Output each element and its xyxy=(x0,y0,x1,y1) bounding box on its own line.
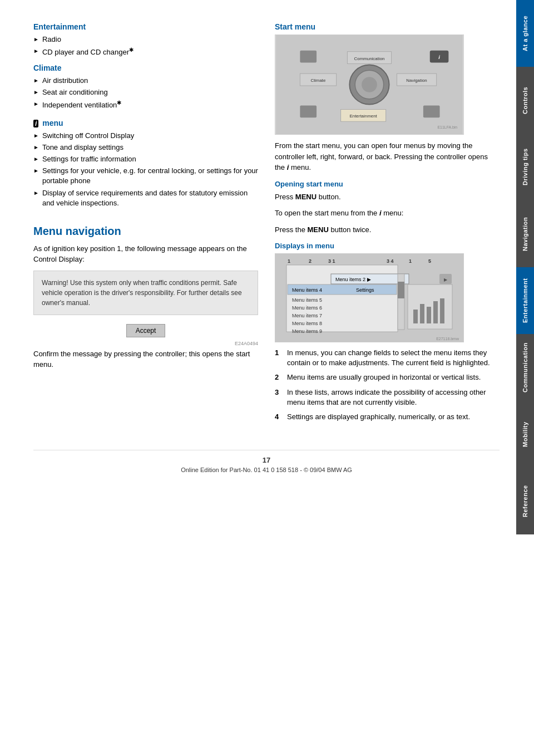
list-item: 2 Menu items are usually grouped in hori… xyxy=(275,372,500,382)
right-column: Start menu Communication xyxy=(275,22,500,428)
item-text: Seat air conditioning xyxy=(42,87,108,97)
svg-rect-40 xyxy=(413,310,418,323)
sidebar-item-reference[interactable]: Reference xyxy=(516,468,534,534)
list-item: ► Seat air conditioning xyxy=(33,87,258,97)
start-menu-svg: Communication Navigation Entertainment C… xyxy=(275,35,463,134)
asterisk-icon: ✱ xyxy=(117,100,121,106)
sidebar-item-mobility[interactable]: Mobility xyxy=(516,401,534,468)
sidebar-item-entertainment[interactable]: Entertainment xyxy=(516,267,534,334)
i-icon: i xyxy=(33,120,38,127)
displays-menu-svg: Menu items 4 Settings Menu items 5 Menu … xyxy=(275,254,464,342)
svg-text:3 4: 3 4 xyxy=(387,258,394,264)
item-text: Air distribution xyxy=(42,76,88,86)
left-column: Entertainment ► Radio ► CD player and CD… xyxy=(33,22,258,428)
sidebar-tabs: At a glance Controls Driving tips Naviga… xyxy=(516,0,534,756)
arrow-icon: ► xyxy=(33,189,39,197)
svg-text:Menu items 5: Menu items 5 xyxy=(292,297,322,303)
svg-rect-38 xyxy=(398,282,404,298)
i-ref-inline: i xyxy=(287,163,289,171)
svg-rect-14 xyxy=(300,51,317,63)
number-bullet: 4 xyxy=(275,412,283,422)
footer-text: Online Edition for Part-No. 01 41 0 158 … xyxy=(33,467,500,473)
svg-text:1: 1 xyxy=(409,258,412,264)
list-item: ► Settings for traffic information xyxy=(33,154,258,164)
menu-bold2: MENU xyxy=(308,225,329,234)
i-menu-heading: i menu xyxy=(33,119,258,127)
svg-text:Menu items 4: Menu items 4 xyxy=(292,287,322,293)
climate-heading: Climate xyxy=(33,63,258,72)
arrow-icon: ► xyxy=(33,36,39,43)
displays-numbered-list: 1 In menus, you can change fields to sel… xyxy=(275,348,500,422)
sidebar-item-at-a-glance[interactable]: At a glance xyxy=(516,0,534,67)
accept-button[interactable]: Accept xyxy=(126,324,166,337)
menu-navigation-section: Menu navigation As of ignition key posit… xyxy=(33,225,258,370)
svg-text:E11LFA.bin: E11LFA.bin xyxy=(438,125,458,129)
menu-bold: MENU xyxy=(295,193,317,201)
item-text: In these lists, arrows indicate the poss… xyxy=(287,387,500,408)
menu-navigation-heading: Menu navigation xyxy=(33,225,258,238)
arrow-icon: ► xyxy=(33,167,39,175)
item-text: Settings for traffic information xyxy=(42,154,136,164)
svg-text:1: 1 xyxy=(288,258,290,264)
svg-text:E27118.bmw: E27118.bmw xyxy=(436,337,459,341)
list-item: ► CD player and CD changer✱ xyxy=(33,46,258,58)
item-text: Independent ventilation✱ xyxy=(42,99,121,111)
item-text: Display of service requirements and date… xyxy=(42,188,258,208)
number-bullet: 1 xyxy=(275,348,283,358)
sidebar-item-controls[interactable]: Controls xyxy=(516,67,534,134)
arrow-icon: ► xyxy=(33,144,39,151)
displays-in-menu-heading: Displays in menu xyxy=(275,242,500,250)
i-menu-section: i menu ► Switching off Control Display ►… xyxy=(33,119,258,208)
list-item: 1 In menus, you can change fields to sel… xyxy=(275,348,500,368)
page-number: 17 xyxy=(33,456,500,464)
list-item: ► Tone and display settings xyxy=(33,143,258,153)
menu-navigation-intro: As of ignition key position 1, the follo… xyxy=(33,243,258,265)
arrow-icon: ► xyxy=(33,100,39,108)
number-bullet: 2 xyxy=(275,372,283,382)
i-menu-list: ► Switching off Control Display ► Tone a… xyxy=(33,131,258,208)
climate-list: ► Air distribution ► Seat air conditioni… xyxy=(33,76,258,111)
i-ref2: i xyxy=(379,209,382,217)
item-text: Switching off Control Display xyxy=(42,131,134,141)
arrow-icon: ► xyxy=(33,132,39,140)
svg-text:▶: ▶ xyxy=(444,277,448,282)
svg-rect-44 xyxy=(440,298,444,323)
list-item: ► Settings for your vehicle, e.g. for ce… xyxy=(33,166,258,186)
opening-start-menu-heading: Opening start menu xyxy=(275,180,500,188)
arrow-icon: ► xyxy=(33,89,39,96)
svg-text:i: i xyxy=(438,54,440,60)
warning-text: Warning! Use this system only when traff… xyxy=(42,279,242,307)
entertainment-section: Entertainment ► Radio ► CD player and CD… xyxy=(33,22,258,58)
svg-rect-15 xyxy=(423,106,440,118)
open-from-i-text: To open the start menu from the i menu: xyxy=(275,208,500,219)
press-menu-text: Press MENU button. xyxy=(275,192,500,203)
entertainment-list: ► Radio ► CD player and CD changer✱ xyxy=(33,35,258,58)
svg-text:Menu items 7: Menu items 7 xyxy=(292,313,322,318)
svg-rect-16 xyxy=(300,106,317,118)
start-menu-image: Communication Navigation Entertainment C… xyxy=(275,35,464,135)
sidebar-item-driving-tips[interactable]: Driving tips xyxy=(516,134,534,200)
arrow-icon: ► xyxy=(33,77,39,85)
item-text: Radio xyxy=(42,35,61,45)
climate-section: Climate ► Air distribution ► Seat air co… xyxy=(33,63,258,111)
list-item: ► Radio xyxy=(33,35,258,45)
svg-text:Menu items 9: Menu items 9 xyxy=(292,328,322,334)
svg-text:Settings: Settings xyxy=(356,287,374,293)
svg-text:Menu items 6: Menu items 6 xyxy=(292,305,322,311)
warning-box: Warning! Use this system only when traff… xyxy=(33,271,258,315)
list-item: ► Independent ventilation✱ xyxy=(33,99,258,111)
sidebar-item-communication[interactable]: Communication xyxy=(516,334,534,401)
sidebar-item-navigation[interactable]: Navigation xyxy=(516,200,534,267)
asterisk-icon: ✱ xyxy=(129,47,134,53)
start-menu-heading: Start menu xyxy=(275,22,500,31)
displays-menu-image: Menu items 4 Settings Menu items 5 Menu … xyxy=(275,253,464,342)
svg-rect-42 xyxy=(427,307,431,323)
item-text: Tone and display settings xyxy=(42,143,123,153)
svg-text:Climate: Climate xyxy=(311,78,326,83)
svg-text:Entertainment: Entertainment xyxy=(350,114,378,119)
entertainment-heading: Entertainment xyxy=(33,22,258,31)
svg-rect-41 xyxy=(420,304,424,323)
start-menu-description: From the start menu, you can open four m… xyxy=(275,140,500,173)
list-item: ► Display of service requirements and da… xyxy=(33,188,258,208)
svg-text:Menu items 8: Menu items 8 xyxy=(292,321,322,326)
